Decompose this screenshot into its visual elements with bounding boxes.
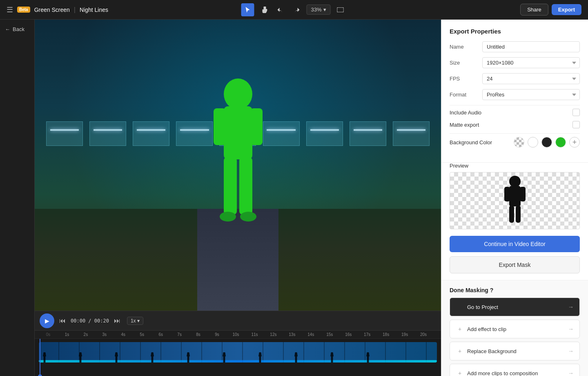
format-label: Format: [450, 92, 482, 98]
add-effect-label: Add effect to clip: [467, 326, 568, 332]
speed-chevron-icon: ▾: [137, 318, 140, 324]
track-figure: [79, 352, 82, 363]
export-properties-title: Export Properties: [450, 28, 580, 35]
track-figures: [39, 346, 437, 363]
export-mask-button[interactable]: Export Mask: [450, 256, 580, 273]
replace-background-label: Replace Background: [467, 348, 568, 354]
track-figure: [223, 352, 226, 363]
svg-rect-10: [509, 186, 521, 206]
playhead-dot: [38, 374, 42, 376]
track-figure: [294, 352, 298, 363]
svg-rect-6: [239, 157, 252, 215]
ruler-mark-1s: 1s: [58, 332, 76, 337]
timeline-ruler: 0s 1s 2s 3s 4s 5s 6s 7s 8s 9s 10s 11s 12…: [35, 331, 441, 339]
ruler-mark-8s: 8s: [189, 332, 208, 337]
name-input[interactable]: [482, 41, 580, 52]
export-button[interactable]: Export: [552, 4, 581, 15]
svg-rect-3: [214, 108, 226, 145]
format-select[interactable]: ProRes H.264 H.265 MP4: [482, 89, 580, 100]
video-preview[interactable]: [35, 20, 441, 311]
svg-rect-4: [250, 108, 263, 145]
add-effect-item[interactable]: + Add effect to clip →: [450, 320, 580, 338]
black-swatch[interactable]: [541, 137, 552, 148]
green-swatch[interactable]: [555, 137, 566, 148]
play-button[interactable]: ▶: [40, 313, 54, 328]
svg-rect-12: [520, 187, 526, 201]
ruler-mark-18s: 18s: [376, 332, 395, 337]
go-to-project-icon: [456, 303, 464, 311]
menu-icon[interactable]: ☰: [7, 5, 13, 14]
zoom-select[interactable]: 33% ▾: [306, 4, 330, 15]
track-figure: [330, 352, 334, 363]
background-color-label: Background Color: [450, 139, 514, 145]
go-to-project-arrow-icon: →: [568, 304, 574, 310]
ruler-mark-16s: 16s: [339, 332, 358, 337]
done-masking-title: Done Masking ?: [450, 287, 580, 293]
track-thumbnail: [39, 342, 437, 363]
left-panel: ← Back: [0, 20, 35, 376]
track-figure: [187, 352, 190, 363]
skip-forward-button[interactable]: ⏭: [114, 317, 120, 325]
topbar: ☰ Beta Green Screen | Night Lines 33% ▾ …: [0, 0, 588, 20]
checkered-swatch[interactable]: [514, 137, 524, 148]
total-time: 00:20: [94, 318, 109, 324]
track-figure: [43, 352, 46, 363]
svg-rect-0: [337, 7, 344, 12]
canvas-area: ▶ ⏮ 00:00 / 00:20 ⏭ 1x ▾ 0s 1s 2s: [35, 20, 441, 376]
timeline-tracks[interactable]: [35, 339, 441, 376]
svg-point-8: [240, 212, 256, 222]
track-strip[interactable]: [39, 342, 437, 363]
skip-back-button[interactable]: ⏮: [59, 317, 66, 325]
replace-background-arrow-icon: →: [568, 348, 574, 354]
ruler-mark-6s: 6s: [151, 332, 170, 337]
main-layout: ← Back: [0, 20, 588, 376]
track-figure: [258, 352, 262, 363]
go-to-project-item[interactable]: Go to Project →: [450, 298, 580, 316]
color-swatches: +: [514, 137, 580, 148]
size-select[interactable]: 1920×1080 1280×720 3840×2160: [482, 57, 580, 68]
light-panel: [89, 121, 126, 146]
svg-rect-11: [504, 187, 510, 201]
speed-label: 1x: [131, 318, 136, 324]
matte-export-checkbox[interactable]: [572, 121, 580, 128]
include-audio-row: Include Audio: [450, 109, 580, 116]
ruler-mark-15s: 15s: [320, 332, 339, 337]
svg-point-9: [509, 176, 521, 187]
fit-screen-button[interactable]: [334, 3, 347, 16]
include-audio-label: Include Audio: [450, 110, 572, 116]
light-panel: [46, 121, 83, 146]
select-tool-button[interactable]: [241, 3, 254, 16]
speed-button[interactable]: 1x ▾: [127, 317, 143, 325]
ruler-mark-12s: 12s: [264, 332, 283, 337]
hand-tool-button[interactable]: [257, 3, 270, 16]
playhead[interactable]: [40, 339, 40, 376]
track-figure: [115, 352, 118, 363]
back-label: Back: [13, 26, 24, 32]
undo-button[interactable]: [274, 3, 287, 16]
light-panel: [133, 121, 169, 146]
white-swatch[interactable]: [528, 137, 538, 148]
done-masking-section: Done Masking ? Go to Project → + Add eff…: [441, 280, 588, 376]
fps-label: FPS: [450, 76, 482, 82]
timeline-area: ▶ ⏮ 00:00 / 00:20 ⏭ 1x ▾ 0s 1s 2s: [35, 311, 441, 376]
green-person-silhouette: [212, 78, 265, 233]
add-color-swatch[interactable]: +: [569, 137, 580, 148]
fps-select[interactable]: 24 25 30 60: [482, 73, 580, 84]
ruler-mark-10s: 10s: [227, 332, 245, 337]
light-panel: [263, 121, 300, 146]
svg-rect-2: [224, 106, 252, 159]
share-button[interactable]: Share: [520, 4, 548, 16]
back-arrow-icon: ←: [5, 26, 10, 32]
go-to-project-label: Go to Project: [467, 304, 568, 310]
replace-background-item[interactable]: + Replace Background →: [450, 342, 580, 360]
add-clips-icon: +: [456, 369, 464, 376]
size-row: Size 1920×1080 1280×720 3840×2160: [450, 57, 580, 68]
add-clips-label: Add more clips to composition: [467, 370, 568, 376]
ruler-mark-20s: 20s: [414, 332, 433, 337]
beta-badge: Beta: [17, 7, 30, 13]
continue-video-editor-button[interactable]: Continue in Video Editor: [450, 236, 580, 252]
include-audio-checkbox[interactable]: [572, 109, 580, 116]
redo-button[interactable]: [290, 3, 303, 16]
back-button[interactable]: ← Back: [5, 26, 24, 32]
add-clips-item[interactable]: + Add more clips to composition →: [450, 364, 580, 376]
